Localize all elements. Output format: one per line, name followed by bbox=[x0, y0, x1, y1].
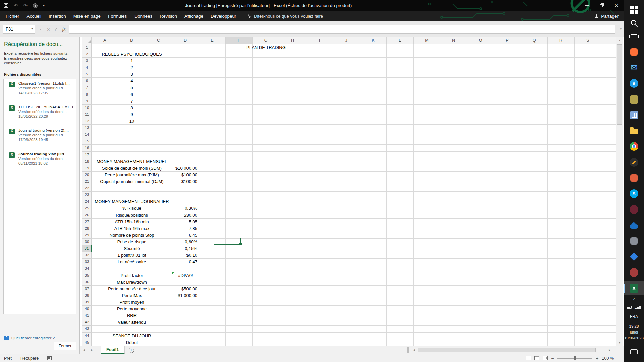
recovered-file-item[interactable]: Classeur1 (version 1).xlsb [...Version c… bbox=[4, 81, 76, 103]
row-header-41[interactable]: 41 bbox=[82, 312, 92, 319]
column-header-L[interactable]: L bbox=[387, 37, 414, 44]
cell-D29[interactable]: 6,45 bbox=[172, 232, 199, 238]
share-button[interactable]: Partager bbox=[594, 11, 619, 21]
excel-icon[interactable] bbox=[624, 281, 644, 295]
row-header-2[interactable]: 2 bbox=[82, 51, 92, 58]
ribbon-tab-accueil[interactable]: Accueil bbox=[23, 11, 45, 21]
recovered-file-item[interactable]: Journal trading.xlsx [Ori...Version créé… bbox=[4, 152, 76, 173]
row-header-32[interactable]: 32 bbox=[82, 252, 92, 259]
row-header-7[interactable]: 7 bbox=[82, 84, 92, 91]
cell-D28[interactable]: 7,85 bbox=[172, 225, 199, 232]
zoom-slider[interactable] bbox=[557, 358, 592, 359]
horizontal-scrollbar[interactable] bbox=[411, 347, 612, 353]
column-header-J[interactable]: J bbox=[333, 37, 360, 44]
hidden-icons-chevron[interactable] bbox=[624, 296, 644, 302]
network-icon[interactable] bbox=[635, 306, 641, 309]
row-header-19[interactable]: 19 bbox=[82, 165, 92, 172]
column-header-partial[interactable] bbox=[601, 37, 616, 44]
column-header-B[interactable]: B bbox=[118, 37, 145, 44]
cell-B41[interactable]: RRR bbox=[126, 312, 138, 319]
minimize-icon[interactable] bbox=[580, 0, 594, 11]
tell-me-box[interactable]: Dites-nous ce que vous voulez faire bbox=[248, 11, 323, 21]
cell-B33[interactable]: Lot nécéssaire bbox=[117, 259, 147, 265]
recovered-file-item[interactable]: TD_HSL_2iE_YONABA_Ex1_1...Version créée … bbox=[4, 105, 76, 126]
ribbon-tab-formules[interactable]: Formules bbox=[104, 11, 130, 21]
ribbon-tab-d-veloppeur[interactable]: Développeur bbox=[207, 11, 240, 21]
cell-B36[interactable]: Max Drawdown bbox=[116, 279, 148, 285]
cell-D30[interactable]: 0,60% bbox=[172, 239, 199, 245]
macro-record-icon[interactable] bbox=[47, 356, 52, 360]
cell-B30[interactable]: Prise de risque bbox=[116, 239, 148, 245]
cell-B25[interactable]: % Risque bbox=[121, 205, 142, 212]
cell-B45[interactable]: Début bbox=[125, 339, 139, 346]
sheet-nav-left-icon[interactable] bbox=[80, 346, 88, 354]
row-header-37[interactable]: 37 bbox=[82, 286, 92, 292]
row-header-25[interactable]: 25 bbox=[82, 205, 92, 212]
cell-B6[interactable]: 4 bbox=[129, 78, 134, 84]
scroll-down-icon[interactable] bbox=[616, 339, 623, 346]
row-header-42[interactable]: 42 bbox=[82, 319, 92, 326]
battery-icon[interactable] bbox=[627, 306, 632, 309]
cell-B20[interactable]: Perte journalière max (PJM) bbox=[104, 172, 160, 178]
save-icon[interactable] bbox=[4, 3, 8, 8]
row-header-43[interactable]: 43 bbox=[82, 326, 92, 333]
cell-B37[interactable]: Perte autorisée à ce jour bbox=[107, 286, 157, 292]
view-page-break-icon[interactable] bbox=[543, 356, 548, 360]
name-box[interactable]: F31 bbox=[3, 25, 35, 34]
clock[interactable]: 19:28 lundi 19/06/2023 bbox=[624, 324, 644, 341]
row-header-8[interactable]: 8 bbox=[82, 91, 92, 98]
column-header-C[interactable]: C bbox=[145, 37, 172, 44]
row-header-5[interactable]: 5 bbox=[82, 71, 92, 78]
undo-icon[interactable] bbox=[14, 3, 18, 9]
name-box-dropdown-icon[interactable] bbox=[29, 25, 35, 33]
search-icon[interactable] bbox=[624, 16, 644, 30]
column-header-H[interactable]: H bbox=[279, 37, 306, 44]
cell-D31[interactable]: 0,15% bbox=[172, 245, 199, 252]
row-header-35[interactable]: 35 bbox=[82, 272, 92, 279]
cell-B11[interactable]: 9 bbox=[129, 111, 134, 118]
close-panel-button[interactable]: Fermer bbox=[54, 342, 76, 350]
column-header-P[interactable]: P bbox=[494, 37, 521, 44]
horizontal-scroll-track[interactable] bbox=[417, 348, 606, 353]
cell-D37[interactable]: $500,00 bbox=[172, 286, 199, 292]
zoom-out-icon[interactable] bbox=[551, 356, 554, 361]
row-header-11[interactable]: 11 bbox=[82, 111, 92, 118]
vertical-scrollbar[interactable] bbox=[616, 37, 623, 346]
java-icon[interactable] bbox=[624, 171, 644, 185]
column-header-E[interactable]: E bbox=[199, 37, 226, 44]
dropbox-icon[interactable] bbox=[624, 250, 644, 264]
row-header-10[interactable]: 10 bbox=[82, 105, 92, 111]
ribbon-tab-fichier[interactable]: Fichier bbox=[2, 11, 23, 21]
file-explorer-icon[interactable] bbox=[624, 124, 644, 138]
photos-icon[interactable] bbox=[624, 92, 644, 106]
cell-B28[interactable]: ATR 15h-16h max bbox=[113, 225, 151, 232]
row-header-1[interactable]: 1 bbox=[82, 44, 92, 51]
cell-B31[interactable]: Sécurité bbox=[123, 245, 141, 252]
row-header-29[interactable]: 29 bbox=[82, 232, 92, 239]
cell-B2[interactable]: REGLES PSYCHOLOGIQUES bbox=[101, 51, 163, 57]
row-header-38[interactable]: 38 bbox=[82, 292, 92, 299]
antivirus-icon[interactable] bbox=[624, 155, 644, 169]
edge-browser-icon[interactable]: e bbox=[624, 76, 644, 90]
ribbon-tab-r-vision[interactable]: Révision bbox=[156, 11, 181, 21]
row-header-33[interactable]: 33 bbox=[82, 259, 92, 265]
row-header-3[interactable]: 3 bbox=[82, 58, 92, 64]
drag-handle-icon[interactable] bbox=[38, 27, 43, 32]
column-header-D[interactable]: D bbox=[172, 37, 199, 44]
row-header-6[interactable]: 6 bbox=[82, 78, 92, 84]
cell-B10[interactable]: 8 bbox=[129, 105, 134, 111]
customize-quick-access-icon[interactable] bbox=[43, 4, 45, 7]
which-file-link[interactable]: Quel fichier enregistrer ? bbox=[11, 336, 55, 340]
tab-splitter[interactable] bbox=[407, 347, 409, 353]
ribbon-tab-donn-es[interactable]: Données bbox=[130, 11, 156, 21]
row-header-40[interactable]: 40 bbox=[82, 306, 92, 312]
restore-icon[interactable] bbox=[594, 0, 609, 11]
scroll-up-icon[interactable] bbox=[616, 37, 623, 44]
row-header-21[interactable]: 21 bbox=[82, 178, 92, 185]
sheet-nav-right-icon[interactable] bbox=[88, 346, 96, 354]
cell-D33[interactable]: 0,47 bbox=[172, 259, 199, 265]
cell-B9[interactable]: 7 bbox=[129, 98, 134, 104]
formula-input[interactable] bbox=[69, 25, 615, 34]
cell-B40[interactable]: Perte moyenne bbox=[116, 306, 148, 312]
zoom-in-icon[interactable] bbox=[596, 356, 598, 361]
